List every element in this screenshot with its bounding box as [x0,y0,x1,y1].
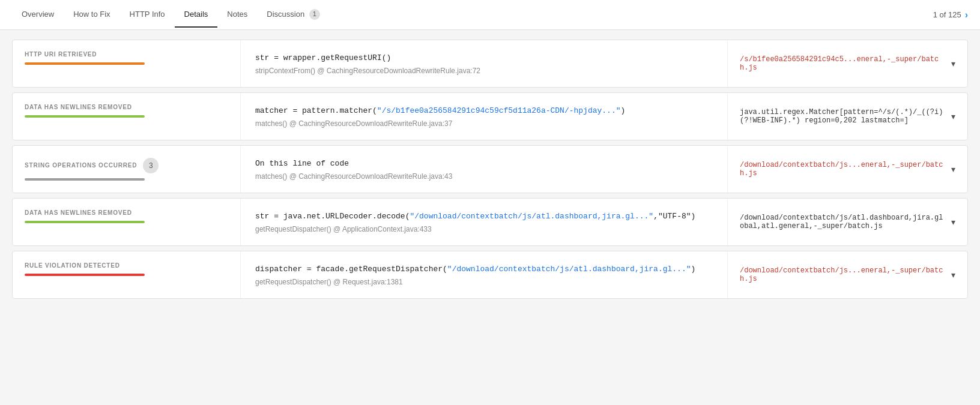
top-navigation: Overview How to Fix HTTP Info Details No… [0,0,980,30]
tab-discussion[interactable]: Discussion 1 [257,1,329,29]
section-badge-3: 3 [143,158,159,173]
section-right-1: /s/b1fee0a256584291c94c5...eneral,-_supe… [727,40,967,87]
tab-how-to-fix[interactable]: How to Fix [64,2,119,28]
section-sub-5: getRequestDispatcher() @ Request.java:13… [255,278,713,286]
tab-notes[interactable]: Notes [217,2,257,28]
section-code-3: On this line of code [255,158,713,170]
section-middle-1: str = wrapper.getRequestURI() stripConte… [241,40,727,87]
section-left-4: DATA HAS NEWLINES REMOVED [13,199,241,245]
discussion-badge: 1 [309,9,320,20]
section-code-2: matcher = pattern.matcher("/s/b1fee0a256… [255,105,713,117]
section-bar-5 [25,274,145,276]
section-code-1: str = wrapper.getRequestURI() [255,52,713,64]
section-left-2: DATA HAS NEWLINES REMOVED [13,93,241,140]
next-chevron[interactable]: › [965,10,968,20]
section-right-3: /download/contextbatch/js...eneral,-_sup… [727,146,967,193]
nav-tabs: Overview How to Fix HTTP Info Details No… [12,1,330,29]
section-right-text-3: /download/contextbatch/js...eneral,-_sup… [740,161,944,178]
section-sub-2: matches() @ CachingResourceDownloadRewri… [255,119,713,128]
section-label-3: STRING OPERATIONS OCCURRED [25,162,137,169]
section-bar-3 [25,178,145,181]
section-label-4: DATA HAS NEWLINES REMOVED [25,209,228,216]
section-bar-4 [25,221,145,223]
tab-http-info[interactable]: HTTP Info [120,2,175,28]
tab-overview[interactable]: Overview [12,2,64,28]
section-left-5: RULE VIOLATION DETECTED [13,251,241,298]
section-middle-5: dispatcher = facade.getRequestDispatcher… [241,251,727,298]
dropdown-arrow-1[interactable]: ▾ [951,59,955,68]
section-http-uri: HTTP URI RETRIEVED str = wrapper.getRequ… [12,40,968,88]
section-middle-2: matcher = pattern.matcher("/s/b1fee0a256… [241,93,727,140]
section-data-newlines-2: DATA HAS NEWLINES REMOVED str = java.net… [12,198,968,246]
section-label-2: DATA HAS NEWLINES REMOVED [25,104,228,110]
section-label-5: RULE VIOLATION DETECTED [25,262,228,269]
section-data-newlines-1: DATA HAS NEWLINES REMOVED matcher = patt… [12,92,968,140]
section-right-text-4: /download/contextbatch/js/atl.dashboard,… [740,214,944,230]
section-sub-1: stripContextFrom() @ CachingResourceDown… [255,67,713,75]
dropdown-arrow-4[interactable]: ▾ [951,217,955,227]
section-sub-3: matches() @ CachingResourceDownloadRewri… [255,172,713,181]
section-right-2: java.util.regex.Matcher[pattern=^/s/(.*)… [727,93,967,140]
section-label-1: HTTP URI RETRIEVED [25,51,228,58]
section-right-text-1: /s/b1fee0a256584291c94c5...eneral,-_supe… [740,55,944,72]
section-bar-1 [25,62,145,65]
section-right-4: /download/contextbatch/js/atl.dashboard,… [727,199,967,245]
main-content: HTTP URI RETRIEVED str = wrapper.getRequ… [0,30,980,313]
pagination: 1 of 125 › [933,10,968,20]
section-left-3: STRING OPERATIONS OCCURRED 3 [13,146,241,193]
section-bar-2 [25,115,145,118]
section-right-5: /download/contextbatch/js...eneral,-_sup… [727,251,967,298]
dropdown-arrow-3[interactable]: ▾ [951,164,955,174]
section-right-text-2: java.util.regex.Matcher[pattern=^/s/(.*)… [740,108,944,125]
dropdown-arrow-2[interactable]: ▾ [951,112,955,121]
section-middle-3: On this line of code matches() @ Caching… [241,146,727,193]
section-rule-violation: RULE VIOLATION DETECTED dispatcher = fac… [12,251,968,299]
section-middle-4: str = java.net.URLDecoder.decode("/downl… [241,199,727,245]
dropdown-arrow-5[interactable]: ▾ [951,270,955,280]
section-right-text-5: /download/contextbatch/js...eneral,-_sup… [740,266,944,283]
section-code-5: dispatcher = facade.getRequestDispatcher… [255,263,713,275]
section-code-4: str = java.net.URLDecoder.decode("/downl… [255,211,713,223]
section-left-1: HTTP URI RETRIEVED [13,40,241,87]
section-sub-4: getRequestDispatcher() @ ApplicationCont… [255,225,713,233]
section-string-ops: STRING OPERATIONS OCCURRED 3 On this lin… [12,145,968,193]
tab-details[interactable]: Details [175,2,218,28]
